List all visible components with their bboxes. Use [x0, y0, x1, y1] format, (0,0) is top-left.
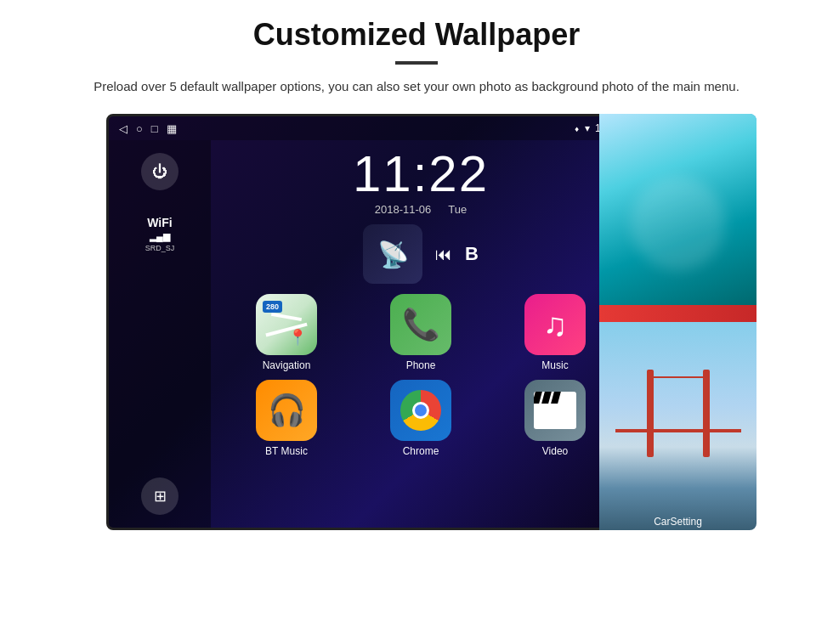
wallpaper-banner-top [599, 305, 756, 322]
page-title: Customized Wallpaper [253, 17, 581, 53]
clock-time: 11:22 [219, 149, 622, 200]
map-badge: 280 [263, 301, 282, 313]
wifi-label: WiFi [145, 216, 175, 229]
media-text: B [465, 243, 479, 265]
bt-music-app-icon: 🎧 [256, 380, 317, 441]
wallpaper-thumb-bridge[interactable]: CarSetting [599, 322, 756, 530]
clapper-stripe-2 [541, 392, 552, 404]
page-subtitle: Preload over 5 default wallpaper options… [94, 76, 740, 97]
bt-music-app-label: BT Music [265, 445, 308, 457]
map-road2 [271, 313, 302, 321]
video-app-icon [524, 380, 586, 441]
carsetting-label-container: CarSetting [599, 513, 756, 528]
location-icon: ⬧ [574, 122, 580, 134]
screenshot-icon[interactable]: ▦ [167, 122, 177, 135]
chrome-center-icon [412, 402, 429, 419]
android-screen: ◁ ○ □ ▦ ⬧ ▾ 11:22 ⏻ [106, 114, 633, 530]
video-app-label: Video [542, 445, 568, 457]
bridge-cable-left [647, 376, 678, 432]
media-app-icon[interactable]: 📡 [363, 224, 422, 284]
navigation-app-icon: 280 📍 [256, 294, 317, 355]
power-button[interactable]: ⏻ [141, 153, 178, 190]
wifi-status-icon: ▾ [585, 122, 590, 134]
music-note-icon: ♫ [543, 307, 568, 343]
wallpaper-thumb-ice[interactable] [599, 114, 756, 322]
device-container: ◁ ○ □ ▦ ⬧ ▾ 11:22 ⏻ [76, 114, 756, 556]
bridge-cable-right [678, 376, 710, 432]
status-bar: ◁ ○ □ ▦ ⬧ ▾ 11:22 [109, 116, 631, 140]
screen-content: ⏻ WiFi ▂▄▆ SRD_SJ ⊞ 11:22 [109, 140, 631, 528]
clapper-top [534, 392, 576, 404]
chrome-app-label: Chrome [403, 445, 439, 457]
power-icon: ⏻ [152, 163, 167, 181]
clapper-stripe-1 [534, 392, 542, 404]
app-item-phone[interactable]: 📞 Phone [358, 294, 484, 371]
app-item-bt-music[interactable]: 🎧 BT Music [224, 380, 349, 457]
wifi-info: WiFi ▂▄▆ SRD_SJ [145, 216, 175, 252]
apps-grid-button[interactable]: ⊞ [141, 477, 178, 515]
title-divider [395, 61, 438, 65]
app-item-navigation[interactable]: 280 📍 Navigation [224, 294, 349, 371]
app-item-chrome[interactable]: Chrome [358, 380, 484, 457]
sidebar: ⏻ WiFi ▂▄▆ SRD_SJ ⊞ [109, 140, 211, 528]
bridge-structure [615, 332, 741, 457]
prev-track-icon[interactable]: ⏮ [435, 245, 452, 264]
clapper-body [534, 404, 576, 429]
navigation-app-label: Navigation [263, 359, 311, 371]
center-area: 11:22 2018-11-06 Tue 📡 ⏮ B [211, 140, 631, 528]
app-grid: 280 📍 Navigation 📞 Phone [219, 294, 622, 457]
ice-cave-wallpaper [599, 114, 756, 322]
back-icon[interactable]: ◁ [119, 122, 128, 135]
broadcast-icon: 📡 [377, 240, 409, 269]
phone-app-icon: 📞 [390, 294, 451, 355]
wifi-ssid: SRD_SJ [145, 244, 175, 252]
map-pin-icon: 📍 [288, 328, 307, 347]
clock-date: 2018-11-06 Tue [219, 203, 622, 216]
chrome-circle-icon [400, 390, 441, 431]
chrome-app-icon [390, 380, 451, 441]
golden-gate-wallpaper [599, 322, 756, 530]
music-app-label: Music [541, 359, 568, 371]
carsetting-label: CarSetting [654, 516, 702, 528]
media-bar: 📡 ⏮ B [219, 224, 622, 284]
music-app-icon: ♫ [524, 294, 586, 355]
clock-day-value: Tue [448, 203, 467, 216]
phone-icon: 📞 [402, 307, 440, 342]
clock-area: 11:22 2018-11-06 Tue [219, 149, 622, 216]
status-left: ◁ ○ □ ▦ [119, 122, 177, 135]
wallpaper-thumbnails: CarSetting [599, 114, 756, 530]
recents-icon[interactable]: □ [151, 122, 158, 135]
page-container: Customized Wallpaper Preload over 5 defa… [0, 0, 833, 644]
clapper-stripe-3 [551, 392, 561, 404]
wifi-bars: ▂▄▆ [145, 231, 175, 242]
home-icon[interactable]: ○ [136, 122, 143, 135]
phone-app-label: Phone [406, 359, 436, 371]
grid-icon: ⊞ [154, 487, 167, 506]
bluetooth-headphone-icon: 🎧 [268, 393, 306, 428]
clock-date-value: 2018-11-06 [375, 203, 432, 216]
